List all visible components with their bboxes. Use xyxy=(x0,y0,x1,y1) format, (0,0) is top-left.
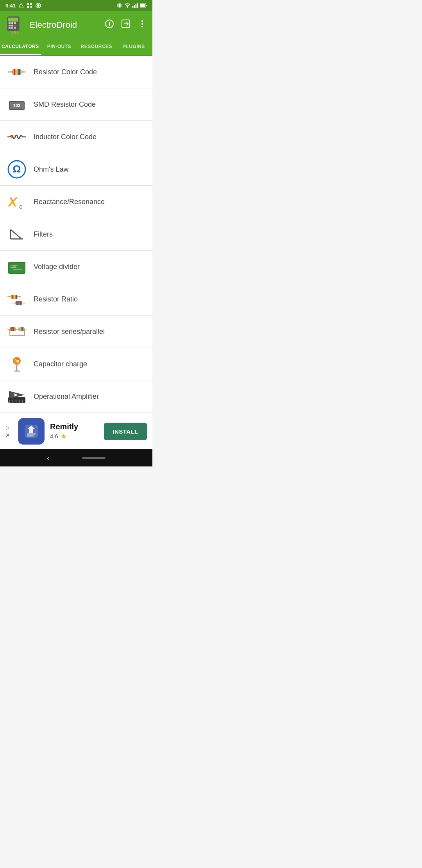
resistor-color-code-label: Resistor Color Code xyxy=(34,68,97,76)
svg-rect-42 xyxy=(16,69,18,75)
filters-icon xyxy=(6,224,27,245)
svg-rect-12 xyxy=(136,4,137,8)
svg-rect-84 xyxy=(21,327,23,331)
ohms-law-label: Ohm's Law xyxy=(34,165,68,174)
list-item[interactable]: 103 SMD Resistor Code xyxy=(0,88,152,121)
bottom-nav: ‹ xyxy=(0,449,152,466)
filters-label: Filters xyxy=(34,230,53,239)
svg-rect-67 xyxy=(12,295,13,299)
svg-line-58 xyxy=(11,230,21,239)
list-item[interactable]: Resistor Ratio xyxy=(0,283,152,316)
svg-point-5 xyxy=(37,4,40,7)
svg-rect-16 xyxy=(140,4,145,7)
status-time: 9:41 xyxy=(5,3,16,9)
svg-point-64 xyxy=(13,265,16,267)
ad-close-icon[interactable]: ✕ xyxy=(5,432,10,438)
resistor-ratio-icon xyxy=(6,289,27,310)
svg-rect-1 xyxy=(30,3,32,5)
drive-icon xyxy=(18,2,24,9)
install-button[interactable]: INSTALL xyxy=(104,423,147,440)
svg-rect-75 xyxy=(20,301,21,305)
svg-rect-27 xyxy=(14,27,16,29)
svg-rect-24 xyxy=(14,25,16,26)
svg-rect-60 xyxy=(9,263,25,273)
smd-resistor-icon: 103 xyxy=(6,94,27,115)
svg-point-9 xyxy=(127,7,128,8)
record-icon xyxy=(35,2,41,9)
svg-text:c: c xyxy=(19,203,23,210)
list-item[interactable]: Ω Ohm's Law xyxy=(0,153,152,186)
reactance-icon: X c xyxy=(6,191,27,212)
calculator-list: Resistor Color Code 103 SMD Resistor Cod… xyxy=(0,56,152,413)
status-right xyxy=(116,2,147,9)
svg-point-38 xyxy=(141,26,143,27)
list-item[interactable]: Resistor series/parallel xyxy=(0,316,152,348)
status-left: 9:41 xyxy=(5,2,41,9)
smd-resistor-label: SMD Resistor Code xyxy=(34,100,96,109)
svg-rect-79 xyxy=(11,327,12,331)
list-item[interactable]: Inductor Color Code xyxy=(0,121,152,153)
svg-rect-15 xyxy=(146,5,147,6)
list-item[interactable]: Voltage divider xyxy=(0,251,152,283)
back-button[interactable]: ‹ xyxy=(47,454,50,463)
capacitor-icon: 0μ xyxy=(6,353,27,375)
svg-rect-6 xyxy=(118,4,120,8)
svg-rect-41 xyxy=(14,69,15,75)
svg-text:0μ: 0μ xyxy=(14,359,19,363)
reactance-label: Reactance/Resonance xyxy=(34,198,105,206)
tab-plugins[interactable]: PLUGINS xyxy=(115,39,152,55)
svg-rect-23 xyxy=(11,25,13,26)
svg-text:X: X xyxy=(7,194,18,209)
svg-rect-20 xyxy=(11,22,13,24)
app-logo xyxy=(5,15,26,35)
svg-rect-7 xyxy=(117,4,117,7)
app-bar-icons xyxy=(105,19,147,31)
export-icon[interactable] xyxy=(121,19,131,31)
svg-rect-80 xyxy=(13,327,14,331)
tab-resources[interactable]: RESOURCES xyxy=(78,39,115,55)
home-indicator xyxy=(82,457,106,459)
app-title: ElectroDroid xyxy=(30,20,101,30)
list-item[interactable]: ▶ Operational Amplifier xyxy=(0,380,152,413)
svg-text:▶: ▶ xyxy=(14,392,18,397)
svg-rect-19 xyxy=(9,22,11,24)
svg-rect-18 xyxy=(8,18,18,22)
svg-rect-69 xyxy=(16,295,17,299)
tab-calculators[interactable]: CALCULATORS xyxy=(0,39,41,55)
svg-rect-50 xyxy=(11,135,13,138)
svg-point-36 xyxy=(141,20,143,22)
resistor-series-icon xyxy=(6,321,27,342)
ad-app-name: Remitly xyxy=(50,422,98,431)
list-item[interactable]: Filters xyxy=(0,218,152,251)
tab-bar: CALCULATORS PIN-OUTS RESOURCES PLUGINS xyxy=(0,39,152,56)
svg-rect-43 xyxy=(18,69,20,75)
ad-info: Remitly 4.6 ★ xyxy=(50,422,98,441)
wifi-icon xyxy=(124,2,131,9)
signal-icon xyxy=(132,2,138,9)
resistor-series-label: Resistor series/parallel xyxy=(34,328,105,336)
svg-rect-8 xyxy=(122,4,122,7)
status-bar: 9:41 xyxy=(0,0,152,11)
opamp-label: Operational Amplifier xyxy=(34,393,99,401)
svg-rect-25 xyxy=(9,27,11,29)
svg-rect-21 xyxy=(14,22,16,24)
svg-rect-22 xyxy=(9,25,11,26)
svg-line-29 xyxy=(17,31,18,35)
svg-rect-83 xyxy=(20,327,21,331)
svg-rect-13 xyxy=(137,3,138,8)
list-item[interactable]: Resistor Color Code xyxy=(0,56,152,88)
capacitor-label: Capacitor charge xyxy=(34,360,87,368)
list-item[interactable]: 0μ Capacitor charge xyxy=(0,348,152,380)
more-vertical-icon[interactable] xyxy=(138,19,147,31)
inductor-icon xyxy=(6,126,27,147)
tab-pin-outs[interactable]: PIN-OUTS xyxy=(41,39,78,55)
svg-rect-11 xyxy=(134,5,135,8)
svg-rect-74 xyxy=(18,301,20,305)
resistor-ratio-label: Resistor Ratio xyxy=(34,295,78,303)
opamp-icon: ▶ xyxy=(6,386,27,407)
svg-point-3 xyxy=(30,6,32,8)
ad-banner: ▷ ✕ Remitly 4.6 ★ INSTALL xyxy=(0,413,152,449)
svg-text:103: 103 xyxy=(13,103,20,108)
info-icon[interactable] xyxy=(105,19,114,31)
list-item[interactable]: X c Reactance/Resonance xyxy=(0,186,152,218)
